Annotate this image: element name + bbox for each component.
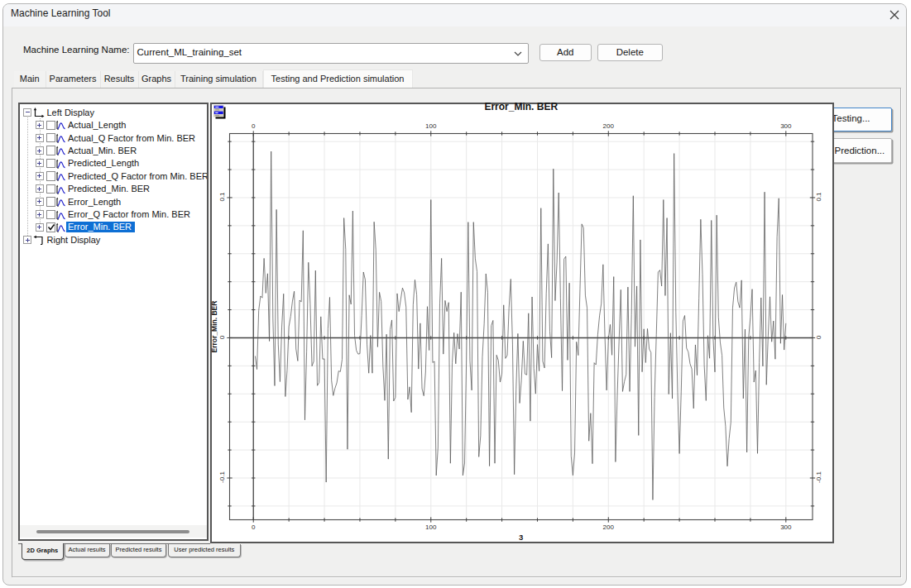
tree-expander[interactable] — [36, 198, 44, 206]
curve-icon — [56, 197, 65, 207]
bottom-tab-user-predicted-results[interactable]: User predicted results — [168, 544, 241, 557]
tree-expander[interactable] — [36, 159, 44, 167]
y-tick-label-right: -0.1 — [815, 461, 823, 494]
tree-item-checkbox[interactable] — [46, 197, 56, 207]
tree-horizontal-scrollbar[interactable] — [20, 525, 207, 538]
x-tick-label-top: 100 — [415, 122, 448, 131]
tree-item-predicted-q-factor-from-min-ber[interactable]: Predicted_Q Factor from Min. BER — [20, 170, 207, 183]
main-tab-testing-and-prediction-simulation[interactable]: Testing and Prediction simulation — [263, 69, 413, 88]
tree-item-label: Error_Q Factor from Min. BER — [68, 209, 190, 219]
tree-item-label: Error_Min. BER — [66, 222, 135, 232]
y-axis-title: Error_Min. BER — [210, 287, 218, 366]
close-button[interactable] — [885, 6, 904, 24]
x-tick-label-top: 300 — [770, 122, 803, 131]
y-tick-label-left: -0.1 — [218, 461, 227, 494]
y-tick-label-left: 0 — [218, 321, 227, 354]
y-tick-label-right: 0.1 — [815, 180, 823, 213]
chevron-down-icon — [513, 50, 523, 58]
tree-item-label: Predicted_Q Factor from Min. BER — [68, 171, 209, 181]
check-mark — [47, 223, 55, 232]
main-tab-training-simulation[interactable]: Training simulation — [175, 71, 263, 88]
tree-item-checkbox[interactable] — [46, 146, 56, 155]
curve-icon — [56, 120, 65, 130]
tree-item-error-length[interactable]: Error_Length — [20, 196, 207, 208]
curve-icon — [56, 159, 65, 169]
tree-item-predicted-min-ber[interactable]: Predicted_Min. BER — [20, 183, 207, 195]
tree-item-label: Error_Length — [68, 197, 121, 207]
x-axis-title: 3 — [230, 533, 813, 542]
tree-item-label: Predicted_Min. BER — [68, 184, 150, 194]
main-tab-main[interactable]: Main — [14, 71, 46, 88]
tree-item-right-display[interactable]: Right Display — [20, 234, 207, 246]
tree-item-checkbox[interactable] — [46, 210, 56, 220]
tree-item-label: Actual_Length — [68, 120, 126, 130]
ml-name-combobox[interactable]: Current_ML_training_set — [133, 43, 529, 64]
x-tick-label-bottom: 300 — [770, 523, 803, 532]
x-tick-label-bottom: 100 — [415, 523, 448, 532]
line-plot[interactable] — [212, 104, 832, 543]
tree-item-label: Actual_Q Factor from Min. BER — [68, 133, 195, 143]
tree-expander[interactable] — [36, 172, 44, 180]
tree-item-actual-q-factor-from-min-ber[interactable]: Actual_Q Factor from Min. BER — [20, 131, 207, 144]
tree-item-checkbox[interactable] — [46, 159, 56, 169]
curve-icon — [56, 184, 65, 194]
curve-icon — [56, 133, 65, 143]
tree-item-checkbox[interactable] — [46, 184, 56, 194]
title-bar[interactable]: Machine Learning Tool — [3, 4, 906, 26]
tree-item-actual-length[interactable]: Actual_Length — [20, 119, 207, 131]
x-tick-label-top: 0 — [237, 122, 270, 131]
main-tab-results[interactable]: Results — [101, 71, 139, 88]
tree-item-predicted-length[interactable]: Predicted_Length — [20, 157, 207, 170]
delete-button[interactable]: Delete — [597, 44, 664, 62]
main-tab-parameters[interactable]: Parameters — [46, 71, 101, 88]
curve-icon — [56, 210, 65, 220]
tree-item-error-min-ber[interactable]: Error_Min. BER — [20, 222, 207, 234]
tree-item-label: Right Display — [47, 235, 101, 245]
y-tick-label-right: 0 — [815, 321, 823, 354]
ml-name-value: Current_ML_training_set — [137, 47, 242, 57]
chart-panel: Error_Min. BER 3 Error_Min. BER 00100100… — [210, 103, 834, 544]
tree-item-left-display[interactable]: Left Display — [20, 107, 207, 119]
ml-name-label: Machine Learning Name: — [23, 45, 130, 55]
axes-right-icon — [33, 235, 45, 246]
bottom-tab-2d-graphs[interactable]: 2D Graphs — [22, 543, 64, 561]
x-tick-label-bottom: 200 — [592, 523, 625, 532]
curve-icon — [56, 171, 65, 181]
dialog-window: Machine Learning Tool Machine Learning N… — [2, 3, 907, 586]
add-button[interactable]: Add — [539, 44, 592, 62]
tree-item-checkbox[interactable] — [46, 133, 56, 143]
main-tab-graphs[interactable]: Graphs — [139, 71, 175, 88]
prediction-button[interactable]: Prediction... — [826, 138, 892, 163]
tree-item-label: Actual_Min. BER — [68, 146, 137, 155]
tree-item-label: Predicted_Length — [68, 158, 139, 168]
bottom-tab-actual-results[interactable]: Actual results — [65, 544, 110, 557]
tree-expander[interactable] — [23, 236, 31, 244]
tree-item-checkbox[interactable] — [46, 222, 56, 232]
axes-left-icon — [33, 108, 45, 118]
testing-button[interactable]: Testing... — [826, 108, 892, 131]
display-tree: Left DisplayActual_LengthActual_Q Factor… — [18, 103, 209, 541]
tree-expander[interactable] — [23, 108, 31, 117]
tree-item-checkbox[interactable] — [46, 121, 56, 131]
x-tick-label-top: 200 — [592, 122, 625, 131]
curve-icon — [56, 146, 65, 155]
screen: Machine Learning Tool Machine Learning N… — [0, 0, 911, 588]
tree-expander[interactable] — [36, 184, 44, 193]
curve-icon — [56, 222, 65, 232]
bottom-tab-predicted-results[interactable]: Predicted results — [111, 544, 166, 557]
tree-expander[interactable] — [36, 134, 44, 142]
tree-item-checkbox[interactable] — [46, 171, 56, 181]
tree-expander[interactable] — [36, 146, 44, 155]
tree-expander[interactable] — [36, 121, 44, 129]
tree-item-actual-min-ber[interactable]: Actual_Min. BER — [20, 145, 207, 157]
window-title: Machine Learning Tool — [11, 7, 111, 19]
scrollbar-thumb[interactable] — [36, 530, 189, 534]
close-icon — [889, 10, 899, 20]
tree-expander[interactable] — [36, 210, 44, 218]
tree-item-label: Left Display — [47, 108, 94, 117]
y-tick-label-left: 0.1 — [218, 180, 227, 213]
tree-expander[interactable] — [36, 223, 44, 232]
x-tick-label-bottom: 0 — [237, 523, 270, 532]
tree-item-error-q-factor-from-min-ber[interactable]: Error_Q Factor from Min. BER — [20, 208, 207, 221]
